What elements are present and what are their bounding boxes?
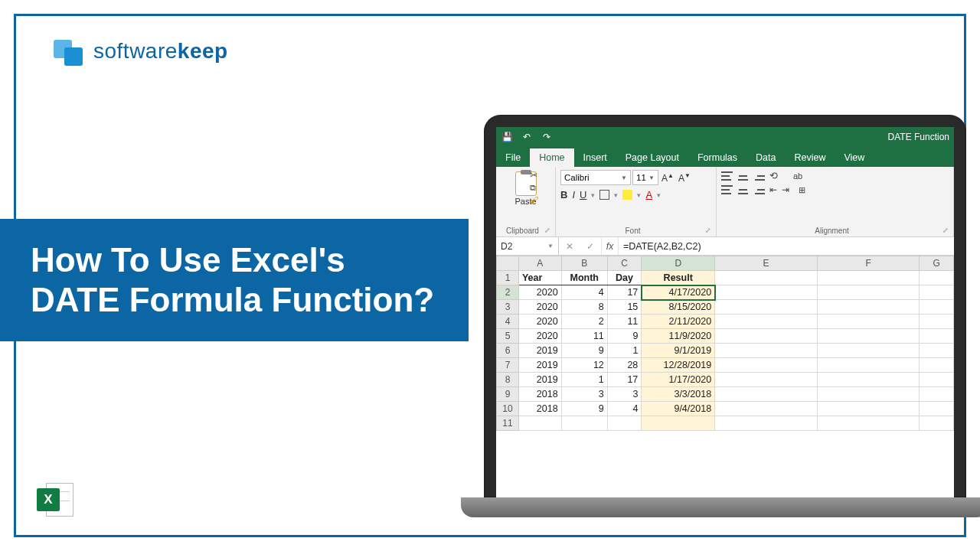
cell-G4[interactable]: [920, 315, 954, 329]
cell-B10[interactable]: 9: [561, 402, 607, 416]
format-painter-icon[interactable]: 🖌: [530, 195, 538, 204]
cell-C4[interactable]: 11: [607, 315, 642, 329]
cell-B11[interactable]: [561, 416, 607, 431]
cell-F2[interactable]: [817, 285, 920, 300]
cell-E9[interactable]: [715, 387, 818, 402]
paste-button[interactable]: Paste: [501, 170, 550, 206]
merge-icon[interactable]: ⊞: [799, 185, 805, 195]
tab-review[interactable]: Review: [785, 148, 835, 167]
col-header-A[interactable]: A: [518, 256, 561, 271]
col-header-E[interactable]: E: [715, 256, 818, 271]
decrease-font-icon[interactable]: A▼: [677, 172, 692, 184]
cell-E4[interactable]: [715, 315, 818, 329]
col-header-D[interactable]: D: [642, 256, 715, 271]
cell-G6[interactable]: [920, 344, 954, 358]
cell-B9[interactable]: 3: [561, 387, 607, 402]
fx-icon[interactable]: fx: [602, 237, 619, 255]
row-header-7[interactable]: 7: [497, 358, 519, 373]
cell-A11[interactable]: [518, 416, 561, 431]
select-all-corner[interactable]: [497, 256, 519, 271]
cell-A5[interactable]: 2020: [518, 329, 561, 344]
cancel-icon[interactable]: ✕: [566, 241, 573, 252]
col-header-C[interactable]: C: [607, 256, 642, 271]
align-left-icon[interactable]: [721, 185, 733, 194]
cell-F5[interactable]: [817, 329, 920, 344]
cell-E8[interactable]: [715, 373, 818, 387]
cell-C2[interactable]: 17: [607, 285, 642, 300]
align-middle-icon[interactable]: [737, 171, 749, 181]
align-center-icon[interactable]: [737, 185, 749, 194]
row-header-2[interactable]: 2: [497, 285, 519, 300]
underline-button[interactable]: U: [580, 189, 586, 201]
cell-F6[interactable]: [817, 344, 920, 358]
cell-A1[interactable]: Year: [518, 271, 561, 285]
cell-C5[interactable]: 9: [607, 329, 642, 344]
cell-B2[interactable]: 4: [561, 285, 607, 300]
cell-A8[interactable]: 2019: [518, 373, 561, 387]
col-header-G[interactable]: G: [920, 256, 954, 271]
cell-E11[interactable]: [715, 416, 818, 431]
cell-G9[interactable]: [920, 387, 954, 402]
cell-G10[interactable]: [920, 402, 954, 416]
font-color-icon[interactable]: A: [645, 189, 652, 201]
row-header-3[interactable]: 3: [497, 300, 519, 315]
cell-B4[interactable]: 2: [561, 315, 607, 329]
wrap-text-icon[interactable]: ab: [793, 171, 802, 181]
cell-F1[interactable]: [817, 271, 920, 285]
copy-icon[interactable]: ⧉: [530, 183, 538, 193]
cell-F11[interactable]: [817, 416, 920, 431]
align-bottom-icon[interactable]: [753, 171, 765, 181]
cell-F10[interactable]: [817, 402, 920, 416]
cell-A6[interactable]: 2019: [518, 344, 561, 358]
spreadsheet-grid[interactable]: ABCDEFG1YearMonthDayResult220204174/17/2…: [496, 256, 954, 497]
tab-view[interactable]: View: [835, 148, 874, 167]
cell-C9[interactable]: 3: [607, 387, 642, 402]
col-header-F[interactable]: F: [817, 256, 920, 271]
cell-E2[interactable]: [715, 285, 818, 300]
cell-E6[interactable]: [715, 344, 818, 358]
tab-data[interactable]: Data: [746, 148, 785, 167]
tab-home[interactable]: Home: [530, 148, 573, 167]
tab-page-layout[interactable]: Page Layout: [616, 148, 688, 167]
row-header-8[interactable]: 8: [497, 373, 519, 387]
cell-F4[interactable]: [817, 315, 920, 329]
cell-G1[interactable]: [920, 271, 954, 285]
border-icon[interactable]: [599, 190, 609, 200]
cell-A7[interactable]: 2019: [518, 358, 561, 373]
cell-F3[interactable]: [817, 300, 920, 315]
cell-C1[interactable]: Day: [607, 271, 642, 285]
italic-button[interactable]: I: [572, 189, 575, 201]
cell-G2[interactable]: [920, 285, 954, 300]
align-top-icon[interactable]: [721, 171, 733, 181]
cell-D6[interactable]: 9/1/2019: [642, 344, 715, 358]
cell-E10[interactable]: [715, 402, 818, 416]
increase-font-icon[interactable]: A▲: [660, 172, 675, 184]
name-box[interactable]: D2▼: [496, 237, 559, 255]
decrease-indent-icon[interactable]: ⇤: [769, 184, 777, 195]
cell-C6[interactable]: 1: [607, 344, 642, 358]
cell-D1[interactable]: Result: [642, 271, 715, 285]
cell-C11[interactable]: [607, 416, 642, 431]
cell-A9[interactable]: 2018: [518, 387, 561, 402]
cell-F7[interactable]: [817, 358, 920, 373]
tab-file[interactable]: File: [496, 148, 530, 167]
row-header-1[interactable]: 1: [497, 271, 519, 285]
row-header-6[interactable]: 6: [497, 344, 519, 358]
enter-icon[interactable]: ✓: [586, 241, 594, 252]
align-right-icon[interactable]: [753, 185, 765, 194]
cell-D5[interactable]: 11/9/2020: [642, 329, 715, 344]
cell-B5[interactable]: 11: [561, 329, 607, 344]
increase-indent-icon[interactable]: ⇥: [782, 184, 789, 195]
tab-formulas[interactable]: Formulas: [688, 148, 746, 167]
cell-D7[interactable]: 12/28/2019: [642, 358, 715, 373]
cut-icon[interactable]: ✂: [530, 170, 538, 181]
cell-D4[interactable]: 2/11/2020: [642, 315, 715, 329]
cell-C8[interactable]: 17: [607, 373, 642, 387]
fill-color-icon[interactable]: [622, 190, 632, 200]
cell-D3[interactable]: 8/15/2020: [642, 300, 715, 315]
cell-G5[interactable]: [920, 329, 954, 344]
cell-A2[interactable]: 2020: [518, 285, 561, 300]
row-header-4[interactable]: 4: [497, 315, 519, 329]
cell-D2[interactable]: 4/17/2020: [642, 285, 715, 300]
cell-D8[interactable]: 1/17/2020: [642, 373, 715, 387]
